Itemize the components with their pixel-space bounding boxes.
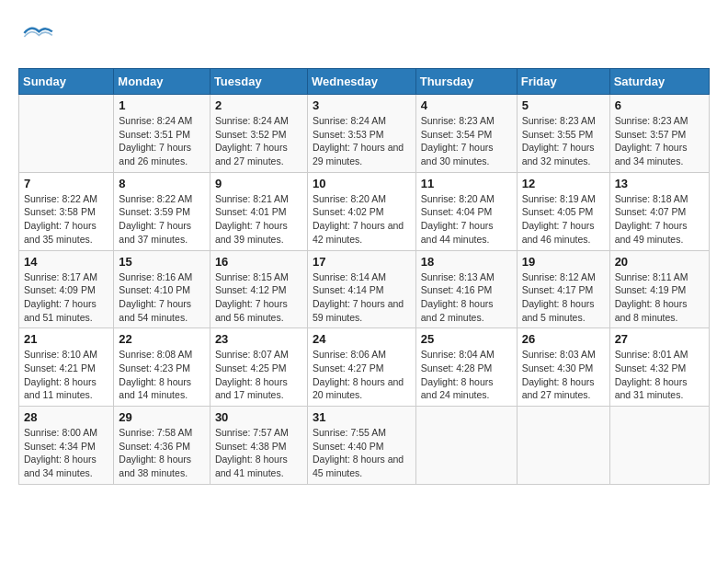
- calendar-cell: [19, 95, 114, 173]
- column-header-wednesday: Wednesday: [307, 69, 415, 95]
- day-info: Sunrise: 8:24 AMSunset: 3:51 PMDaylight:…: [119, 114, 205, 168]
- day-info: Sunrise: 8:13 AMSunset: 4:16 PMDaylight:…: [421, 270, 512, 325]
- calendar-week-3: 14Sunrise: 8:17 AMSunset: 4:09 PMDayligh…: [19, 250, 710, 328]
- calendar-cell: 7Sunrise: 8:22 AMSunset: 3:58 PMDaylight…: [19, 172, 114, 250]
- day-number: 6: [615, 98, 704, 112]
- calendar-cell: 18Sunrise: 8:13 AMSunset: 4:16 PMDayligh…: [415, 250, 517, 328]
- day-number: 28: [24, 410, 108, 424]
- day-info: Sunrise: 8:04 AMSunset: 4:28 PMDaylight:…: [421, 348, 512, 402]
- calendar-cell: 8Sunrise: 8:22 AMSunset: 3:59 PMDaylight…: [114, 172, 210, 250]
- day-info: Sunrise: 8:19 AMSunset: 4:05 PMDaylight:…: [522, 192, 605, 247]
- day-info: Sunrise: 8:03 AMSunset: 4:30 PMDaylight:…: [522, 348, 605, 402]
- day-info: Sunrise: 8:18 AMSunset: 4:07 PMDaylight:…: [615, 192, 704, 247]
- day-info: Sunrise: 8:10 AMSunset: 4:21 PMDaylight:…: [24, 348, 108, 402]
- calendar-cell: 19Sunrise: 8:12 AMSunset: 4:17 PMDayligh…: [517, 250, 609, 328]
- calendar-table: SundayMondayTuesdayWednesdayThursdayFrid…: [18, 68, 710, 485]
- column-header-sunday: Sunday: [19, 69, 114, 95]
- day-info: Sunrise: 8:20 AMSunset: 4:02 PMDaylight:…: [313, 192, 411, 247]
- calendar-cell: 24Sunrise: 8:06 AMSunset: 4:27 PMDayligh…: [307, 328, 415, 407]
- calendar-cell: [609, 407, 709, 485]
- day-info: Sunrise: 8:23 AMSunset: 3:57 PMDaylight:…: [615, 114, 704, 168]
- day-info: Sunrise: 8:00 AMSunset: 4:34 PMDaylight:…: [24, 426, 108, 480]
- day-number: 12: [522, 177, 605, 190]
- calendar-cell: 3Sunrise: 8:24 AMSunset: 3:53 PMDaylight…: [307, 95, 415, 173]
- day-info: Sunrise: 8:20 AMSunset: 4:04 PMDaylight:…: [421, 192, 512, 247]
- day-number: 7: [24, 177, 108, 190]
- day-info: Sunrise: 8:12 AMSunset: 4:17 PMDaylight:…: [522, 270, 605, 325]
- day-info: Sunrise: 7:58 AMSunset: 4:36 PMDaylight:…: [119, 426, 205, 480]
- day-number: 29: [119, 410, 205, 424]
- logo-icon: [18, 18, 55, 59]
- day-number: 13: [615, 177, 704, 190]
- day-info: Sunrise: 8:07 AMSunset: 4:25 PMDaylight:…: [215, 348, 302, 402]
- day-number: 3: [313, 98, 411, 112]
- day-number: 14: [24, 255, 108, 269]
- day-number: 31: [313, 410, 411, 424]
- day-info: Sunrise: 8:22 AMSunset: 3:58 PMDaylight:…: [24, 192, 108, 247]
- logo: [18, 18, 59, 59]
- day-info: Sunrise: 8:14 AMSunset: 4:14 PMDaylight:…: [313, 270, 411, 325]
- calendar-cell: 4Sunrise: 8:23 AMSunset: 3:54 PMDaylight…: [415, 95, 517, 173]
- calendar-cell: 25Sunrise: 8:04 AMSunset: 4:28 PMDayligh…: [415, 328, 517, 407]
- day-info: Sunrise: 8:23 AMSunset: 3:54 PMDaylight:…: [421, 114, 512, 168]
- day-number: 10: [313, 177, 411, 190]
- day-number: 1: [119, 98, 205, 112]
- calendar-cell: [517, 407, 609, 485]
- day-number: 19: [522, 255, 605, 269]
- calendar-cell: 1Sunrise: 8:24 AMSunset: 3:51 PMDaylight…: [114, 95, 210, 173]
- column-header-tuesday: Tuesday: [210, 69, 307, 95]
- day-number: 20: [615, 255, 704, 269]
- day-info: Sunrise: 8:23 AMSunset: 3:55 PMDaylight:…: [522, 114, 605, 168]
- calendar-cell: 12Sunrise: 8:19 AMSunset: 4:05 PMDayligh…: [517, 172, 609, 250]
- calendar-cell: 21Sunrise: 8:10 AMSunset: 4:21 PMDayligh…: [19, 328, 114, 407]
- day-info: Sunrise: 7:55 AMSunset: 4:40 PMDaylight:…: [313, 426, 411, 480]
- day-info: Sunrise: 8:22 AMSunset: 3:59 PMDaylight:…: [119, 192, 205, 247]
- day-number: 22: [119, 332, 205, 346]
- calendar-cell: 28Sunrise: 8:00 AMSunset: 4:34 PMDayligh…: [19, 407, 114, 485]
- calendar-header: SundayMondayTuesdayWednesdayThursdayFrid…: [19, 69, 710, 95]
- day-number: 2: [215, 98, 302, 112]
- calendar-cell: 16Sunrise: 8:15 AMSunset: 4:12 PMDayligh…: [210, 250, 307, 328]
- calendar-cell: 23Sunrise: 8:07 AMSunset: 4:25 PMDayligh…: [210, 328, 307, 407]
- day-number: 30: [215, 410, 302, 424]
- day-info: Sunrise: 8:24 AMSunset: 3:53 PMDaylight:…: [313, 114, 411, 168]
- calendar-cell: 2Sunrise: 8:24 AMSunset: 3:52 PMDaylight…: [210, 95, 307, 173]
- day-number: 24: [313, 332, 411, 346]
- column-header-monday: Monday: [114, 69, 210, 95]
- day-info: Sunrise: 8:16 AMSunset: 4:10 PMDaylight:…: [119, 270, 205, 325]
- day-number: 9: [215, 177, 302, 190]
- column-header-saturday: Saturday: [609, 69, 709, 95]
- day-info: Sunrise: 7:57 AMSunset: 4:38 PMDaylight:…: [215, 426, 302, 480]
- day-number: 5: [522, 98, 605, 112]
- calendar-cell: 17Sunrise: 8:14 AMSunset: 4:14 PMDayligh…: [307, 250, 415, 328]
- calendar-cell: 15Sunrise: 8:16 AMSunset: 4:10 PMDayligh…: [114, 250, 210, 328]
- calendar-week-5: 28Sunrise: 8:00 AMSunset: 4:34 PMDayligh…: [19, 407, 710, 485]
- day-number: 23: [215, 332, 302, 346]
- calendar-cell: 22Sunrise: 8:08 AMSunset: 4:23 PMDayligh…: [114, 328, 210, 407]
- calendar-cell: [415, 407, 517, 485]
- calendar-week-4: 21Sunrise: 8:10 AMSunset: 4:21 PMDayligh…: [19, 328, 710, 407]
- day-info: Sunrise: 8:11 AMSunset: 4:19 PMDaylight:…: [615, 270, 704, 325]
- calendar-cell: 26Sunrise: 8:03 AMSunset: 4:30 PMDayligh…: [517, 328, 609, 407]
- calendar-cell: 14Sunrise: 8:17 AMSunset: 4:09 PMDayligh…: [19, 250, 114, 328]
- day-number: 11: [421, 177, 512, 190]
- calendar-cell: 9Sunrise: 8:21 AMSunset: 4:01 PMDaylight…: [210, 172, 307, 250]
- calendar-week-2: 7Sunrise: 8:22 AMSunset: 3:58 PMDaylight…: [19, 172, 710, 250]
- calendar-cell: 31Sunrise: 7:55 AMSunset: 4:40 PMDayligh…: [307, 407, 415, 485]
- calendar-cell: 6Sunrise: 8:23 AMSunset: 3:57 PMDaylight…: [609, 95, 709, 173]
- day-number: 4: [421, 98, 512, 112]
- day-number: 26: [522, 332, 605, 346]
- day-info: Sunrise: 8:01 AMSunset: 4:32 PMDaylight:…: [615, 348, 704, 402]
- calendar-cell: 20Sunrise: 8:11 AMSunset: 4:19 PMDayligh…: [609, 250, 709, 328]
- calendar-body: 1Sunrise: 8:24 AMSunset: 3:51 PMDaylight…: [19, 95, 710, 485]
- header-row: SundayMondayTuesdayWednesdayThursdayFrid…: [19, 69, 710, 95]
- day-info: Sunrise: 8:17 AMSunset: 4:09 PMDaylight:…: [24, 270, 108, 325]
- day-number: 25: [421, 332, 512, 346]
- day-number: 27: [615, 332, 704, 346]
- calendar-cell: 5Sunrise: 8:23 AMSunset: 3:55 PMDaylight…: [517, 95, 609, 173]
- calendar-week-1: 1Sunrise: 8:24 AMSunset: 3:51 PMDaylight…: [19, 95, 710, 173]
- calendar-cell: 11Sunrise: 8:20 AMSunset: 4:04 PMDayligh…: [415, 172, 517, 250]
- day-number: 18: [421, 255, 512, 269]
- day-number: 16: [215, 255, 302, 269]
- day-info: Sunrise: 8:08 AMSunset: 4:23 PMDaylight:…: [119, 348, 205, 402]
